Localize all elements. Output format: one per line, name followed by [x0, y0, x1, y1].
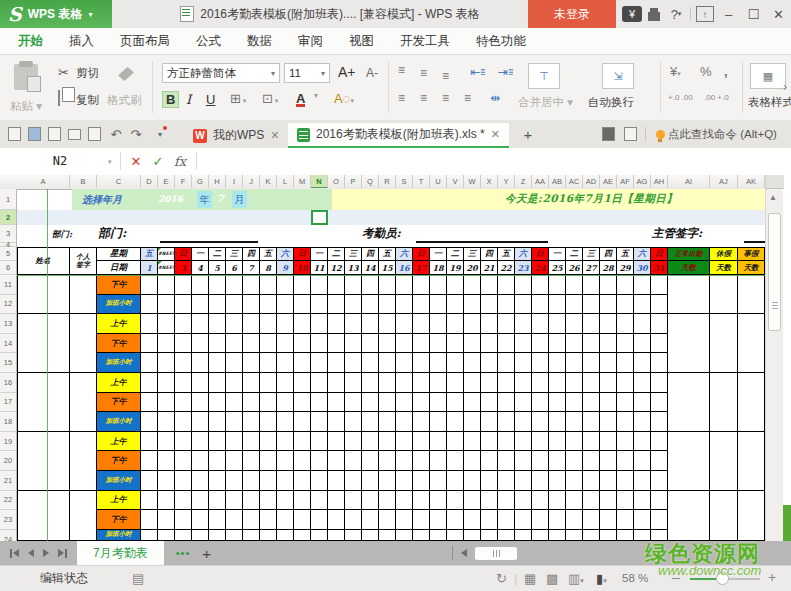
row-header-20[interactable]: 20 [0, 451, 16, 471]
period-label-17[interactable]: 下午 [97, 393, 141, 413]
align-center-icon[interactable]: ≡ [420, 93, 435, 104]
tab-view[interactable]: 视图 [349, 33, 374, 50]
date-cell-3[interactable]: 3 [175, 261, 192, 275]
align-right-icon[interactable]: ≡ [442, 93, 457, 104]
body-cell[interactable] [549, 530, 566, 541]
align-left-icon[interactable]: ≡ [398, 93, 413, 104]
body-cell[interactable] [311, 393, 328, 413]
body-cell[interactable] [396, 295, 413, 315]
date-cell-30[interactable]: 30 [634, 261, 651, 275]
summary-block-2[interactable] [710, 432, 738, 491]
body-cell[interactable] [617, 471, 634, 491]
body-cell[interactable] [294, 353, 311, 373]
header-week-cell[interactable]: 星期 [97, 247, 141, 261]
body-cell[interactable] [379, 334, 396, 354]
body-cell[interactable] [192, 510, 209, 530]
body-cell[interactable] [209, 295, 226, 315]
body-cell[interactable] [532, 295, 549, 315]
maximize-button[interactable]: ☐ [741, 0, 766, 28]
body-cell[interactable] [498, 393, 515, 413]
body-cell[interactable] [447, 334, 464, 354]
body-cell[interactable] [413, 432, 430, 452]
body-cell[interactable] [294, 432, 311, 452]
body-cell[interactable] [192, 530, 209, 541]
body-cell[interactable] [532, 393, 549, 413]
body-cell[interactable] [447, 393, 464, 413]
body-cell[interactable] [464, 412, 481, 432]
body-cell[interactable] [396, 314, 413, 334]
body-cell[interactable] [175, 491, 192, 511]
body-cell[interactable] [226, 471, 243, 491]
body-cell[interactable] [243, 451, 260, 471]
justify-icon[interactable]: ≡ [464, 93, 479, 104]
tab-data[interactable]: 数据 [247, 33, 272, 50]
weekday-cell-24[interactable]: 日 [532, 247, 549, 261]
body-cell[interactable] [634, 295, 651, 315]
name-block[interactable] [17, 314, 70, 373]
body-cell[interactable] [617, 412, 634, 432]
body-cell[interactable] [515, 491, 532, 511]
date-cell-22[interactable]: 22 [498, 261, 515, 275]
body-cell[interactable] [294, 393, 311, 413]
body-cell[interactable] [566, 471, 583, 491]
paste-button[interactable]: 粘贴 ▾ [10, 99, 42, 114]
column-header-K[interactable]: K [260, 175, 277, 188]
decrease-indent-icon[interactable]: ⇤≡ [470, 67, 485, 78]
print-preview-icon[interactable] [86, 126, 102, 142]
body-cell[interactable] [141, 471, 158, 491]
body-cell[interactable] [345, 295, 362, 315]
body-cell[interactable] [226, 412, 243, 432]
tab-special-features[interactable]: 特色功能 [476, 33, 526, 50]
body-cell[interactable] [158, 530, 175, 541]
body-cell[interactable] [192, 491, 209, 511]
body-cell[interactable] [243, 334, 260, 354]
body-cell[interactable] [447, 530, 464, 541]
body-cell[interactable] [430, 530, 447, 541]
column-header-N[interactable]: N [311, 175, 328, 188]
summary-block-3[interactable] [738, 275, 765, 314]
body-cell[interactable] [141, 510, 158, 530]
distribute-icon[interactable]: ⇹ [490, 93, 505, 104]
body-cell[interactable] [464, 510, 481, 530]
row-headers[interactable]: 1234561112131415161718192021222324 [0, 189, 17, 541]
body-cell[interactable] [583, 471, 600, 491]
body-cell[interactable] [481, 451, 498, 471]
date-cell-27[interactable]: 27 [583, 261, 600, 275]
body-cell[interactable] [549, 314, 566, 334]
signature-block[interactable] [70, 491, 97, 541]
row-header-6[interactable]: 6 [0, 261, 16, 275]
summary-block-1[interactable] [668, 373, 710, 432]
body-cell[interactable] [430, 373, 447, 393]
body-cell[interactable] [209, 314, 226, 334]
column-header-AK[interactable]: AK [738, 175, 765, 188]
body-cell[interactable] [175, 412, 192, 432]
date-cell-2[interactable]: #REF! [158, 261, 175, 275]
close-icon[interactable]: ✕ [270, 129, 279, 142]
body-cell[interactable] [515, 412, 532, 432]
body-cell[interactable] [583, 491, 600, 511]
body-cell[interactable] [583, 373, 600, 393]
column-header-AG[interactable]: AG [634, 175, 651, 188]
body-cell[interactable] [498, 412, 515, 432]
body-cell[interactable] [549, 432, 566, 452]
body-cell[interactable] [192, 314, 209, 334]
body-cell[interactable] [396, 530, 413, 541]
body-cell[interactable] [651, 353, 668, 373]
body-cell[interactable] [413, 491, 430, 511]
body-cell[interactable] [362, 451, 379, 471]
date-cell-29[interactable]: 29 [617, 261, 634, 275]
body-cell[interactable] [311, 353, 328, 373]
body-cell[interactable] [430, 275, 447, 295]
body-cell[interactable] [192, 471, 209, 491]
body-cell[interactable] [430, 314, 447, 334]
body-cell[interactable] [294, 314, 311, 334]
column-header-A[interactable]: A [17, 175, 70, 188]
close-icon[interactable]: ✕ [491, 128, 500, 141]
scroll-left-icon[interactable] [461, 549, 467, 557]
body-cell[interactable] [634, 373, 651, 393]
body-cell[interactable] [498, 451, 515, 471]
body-cell[interactable] [532, 353, 549, 373]
row-header-5[interactable]: 5 [0, 247, 16, 261]
body-cell[interactable] [175, 295, 192, 315]
body-cell[interactable] [260, 451, 277, 471]
